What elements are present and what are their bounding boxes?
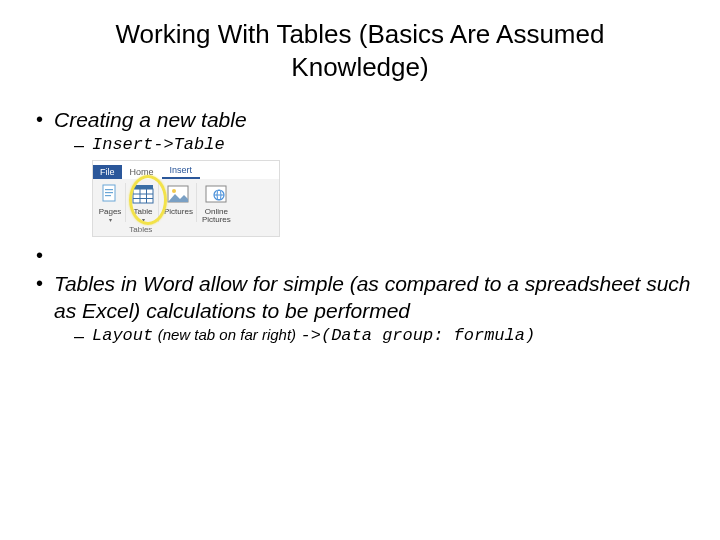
online-pictures-icon bbox=[204, 183, 228, 207]
svg-point-11 bbox=[172, 189, 176, 193]
bullet-2-sub-1-a: Layout bbox=[92, 326, 153, 345]
online-pictures-label: OnlinePictures bbox=[202, 208, 231, 222]
table-label: Table▾ bbox=[133, 208, 152, 222]
table-icon bbox=[131, 183, 155, 207]
svg-rect-5 bbox=[133, 189, 153, 203]
pictures-label: Pictures bbox=[164, 208, 193, 222]
bullet-2-sub-1: Layout (new tab on far right) ->(Data gr… bbox=[74, 326, 692, 345]
bullet-2-sublist: Layout (new tab on far right) ->(Data gr… bbox=[54, 326, 692, 345]
ribbon-group-online-pictures: OnlinePictures bbox=[199, 183, 234, 222]
bullet-2-sub-1-b: (new tab on far right) bbox=[158, 326, 296, 343]
bullet-1-sub-1: Insert->Table bbox=[74, 135, 692, 154]
bullet-2-sub-1-c: ->(Data group: formula) bbox=[301, 326, 536, 345]
bullet-2-text: Tables in Word allow for simple (as comp… bbox=[54, 272, 691, 321]
bullet-1: Creating a new table Insert->Table File … bbox=[36, 107, 692, 237]
bullet-1-sublist: Insert->Table bbox=[54, 135, 692, 154]
bullet-list-level1: Creating a new table Insert->Table File … bbox=[28, 107, 692, 345]
pages-label: Pages▾ bbox=[99, 208, 122, 222]
svg-rect-2 bbox=[105, 192, 113, 193]
ribbon-tabs: File Home Insert bbox=[93, 161, 279, 179]
bullet-1-text: Creating a new table bbox=[54, 108, 247, 131]
bullet-2: Tables in Word allow for simple (as comp… bbox=[36, 271, 692, 345]
ribbon-group-pictures: Pictures bbox=[161, 183, 197, 222]
ribbon-tab-home: Home bbox=[122, 165, 162, 179]
svg-rect-1 bbox=[105, 189, 113, 190]
ribbon-group-table: Table▾ bbox=[128, 183, 159, 222]
word-ribbon-screenshot: File Home Insert Pag bbox=[92, 160, 280, 237]
svg-rect-3 bbox=[105, 195, 111, 196]
bullet-1-sub-1-text: Insert->Table bbox=[92, 135, 225, 154]
slide-title: Working With Tables (Basics Are Assumed … bbox=[80, 18, 640, 83]
pages-icon bbox=[98, 183, 122, 207]
ribbon-body: Pages▾ Ta bbox=[93, 179, 279, 224]
ribbon-group-pages: Pages▾ bbox=[95, 183, 126, 222]
svg-rect-4 bbox=[133, 185, 153, 189]
pictures-icon bbox=[166, 183, 190, 207]
ribbon-footer-tables: Tables bbox=[129, 225, 152, 234]
ribbon-footer: . Tables bbox=[93, 224, 279, 236]
ribbon-tab-file: File bbox=[93, 165, 122, 179]
ribbon-tab-insert: Insert bbox=[162, 163, 201, 179]
